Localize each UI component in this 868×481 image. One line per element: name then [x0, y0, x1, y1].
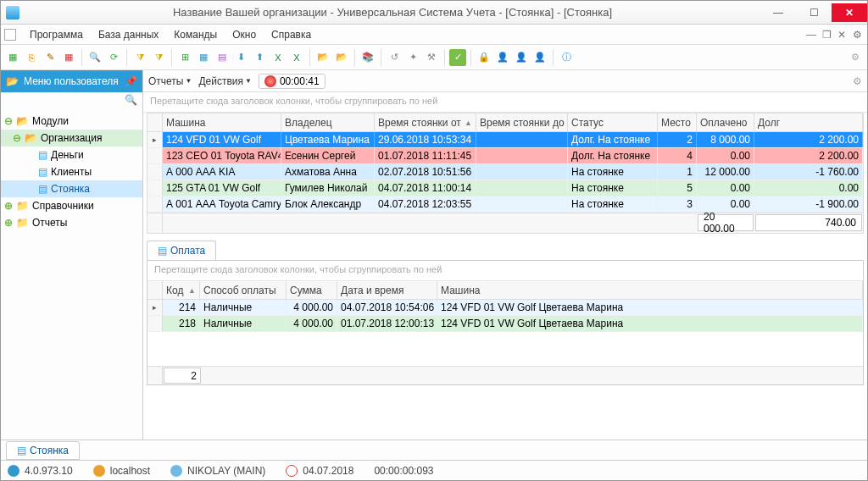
tree-money[interactable]: ▤Деньги — [1, 147, 142, 163]
doctab-parking[interactable]: ▤Стоянка — [6, 441, 80, 460]
table-row[interactable]: А 000 ААА KIA Ахматова Анна 02.07.2018 1… — [147, 164, 863, 180]
row-handle-header — [147, 113, 163, 131]
info-icon — [8, 465, 19, 477]
tree-refs[interactable]: ⊕📁Справочники — [1, 197, 142, 214]
tree-clients[interactable]: ▤Клиенты — [1, 163, 142, 180]
minimize-button[interactable]: — — [760, 3, 796, 22]
tb-excel2-icon[interactable]: X — [288, 49, 305, 66]
tb-settings-icon[interactable]: ✦ — [404, 49, 421, 66]
col-owner[interactable]: Владелец — [281, 113, 375, 131]
subbar-gear-icon[interactable]: ⚙ — [853, 75, 862, 87]
table-row[interactable]: 125 GTA 01 VW Golf Гумилев Николай 04.07… — [147, 180, 863, 196]
mdi-close[interactable]: ✕ — [835, 29, 849, 41]
cell-car: А 000 ААА KIA — [163, 164, 281, 180]
group-hint-sub[interactable]: Перетащите сюда заголовок колонки, чтобы… — [147, 261, 863, 281]
col-place[interactable]: Место — [658, 113, 697, 131]
maximize-button[interactable]: ☐ — [796, 3, 832, 22]
tree-modules[interactable]: ⊖📂Модули — [1, 113, 142, 130]
col-to[interactable]: Время стоянки до — [476, 113, 568, 131]
menu-commands[interactable]: Команды — [167, 27, 224, 42]
col-car[interactable]: Машина — [163, 113, 281, 131]
timer[interactable]: 00:00:41 — [259, 74, 326, 89]
collapse-icon[interactable]: ⊖ — [13, 132, 21, 144]
pin-icon[interactable]: 📌 — [125, 75, 137, 87]
scol-sum[interactable]: Сумма — [287, 281, 337, 299]
expand-icon[interactable]: ⊕ — [4, 217, 13, 229]
menu-window[interactable]: Окно — [225, 27, 263, 42]
tb-history-icon[interactable]: ↺ — [386, 49, 403, 66]
scol-datetime[interactable]: Дата и время — [337, 281, 437, 299]
cell-sum: 4 000.00 — [287, 300, 337, 315]
tb-tools-icon[interactable]: ⚒ — [423, 49, 440, 66]
tb-excel-icon[interactable]: X — [270, 49, 287, 66]
tb-export-icon[interactable]: 📂 — [333, 49, 350, 66]
close-button[interactable]: ✕ — [832, 3, 867, 22]
actions-dropdown[interactable]: Действия▼ — [198, 75, 252, 87]
tb-check-icon[interactable]: ✓ — [449, 49, 466, 66]
cell-method: Наличные — [200, 316, 287, 331]
subgrid-footer: 2 — [147, 366, 863, 384]
row-handle[interactable] — [147, 180, 163, 196]
reports-dropdown[interactable]: Отчеты▼ — [148, 75, 192, 87]
col-status[interactable]: Статус — [568, 113, 658, 131]
scol-method[interactable]: Способ оплаты — [200, 281, 287, 299]
table-row[interactable]: А 001 ААА Toyota Camry Блок Александр 04… — [147, 196, 863, 213]
tb-grid-icon[interactable]: ▦ — [195, 49, 212, 66]
table-row[interactable]: 123 CEO 01 Toyota RAV4 Есенин Сергей 01.… — [147, 148, 863, 164]
tb-lock-icon[interactable]: 🔒 — [476, 49, 492, 66]
col-debt[interactable]: Долг — [754, 113, 863, 131]
tb-user2-icon[interactable]: 👤 — [513, 49, 530, 66]
table-row[interactable]: ▸ 124 VFD 01 VW Golf Цветаева Марина 29.… — [147, 132, 863, 148]
tb-filter-icon[interactable]: ⧩ — [131, 49, 148, 66]
expand-icon[interactable]: ⊕ — [4, 200, 13, 212]
tb-edit-icon[interactable]: ✎ — [42, 49, 58, 66]
search-icon[interactable]: 🔍 — [125, 94, 137, 109]
col-from[interactable]: Время стоянки от▲ — [375, 113, 476, 131]
sort-asc-icon: ▲ — [465, 119, 472, 127]
tb-refresh-icon[interactable]: ⟳ — [105, 49, 122, 66]
tree-reports[interactable]: ⊕📁Отчеты — [1, 214, 142, 231]
mdi-gear-icon[interactable]: ⚙ — [850, 29, 864, 41]
tb-down-icon[interactable]: ⬇ — [232, 49, 249, 66]
tb-layers-icon[interactable]: 📚 — [359, 49, 376, 66]
tb-gear-icon[interactable]: ⚙ — [847, 49, 864, 66]
tb-delete-icon[interactable]: ▦ — [60, 49, 77, 66]
tb-copy-icon[interactable]: ⎘ — [23, 49, 40, 66]
mdi-restore[interactable]: ❐ — [820, 29, 833, 41]
scol-code[interactable]: Код▲ — [163, 281, 200, 299]
collapse-icon[interactable]: ⊖ — [4, 115, 13, 127]
tb-tree-icon[interactable]: ⊞ — [176, 49, 193, 66]
row-handle[interactable] — [147, 164, 163, 180]
col-paid[interactable]: Оплачено — [697, 113, 754, 131]
row-handle[interactable] — [147, 196, 163, 212]
tb-import-icon[interactable]: 📂 — [314, 49, 331, 66]
tree-parking[interactable]: ▤Стоянка — [1, 180, 142, 197]
cell-sum: 4 000.00 — [287, 316, 337, 331]
tb-new-icon[interactable]: ▦ — [4, 49, 21, 66]
app-icon — [6, 6, 19, 19]
row-handle[interactable]: ▸ — [147, 132, 163, 147]
tb-user3-icon[interactable]: 👤 — [531, 49, 548, 66]
tb-user1-icon[interactable]: 👤 — [494, 49, 511, 66]
tb-cards-icon[interactable]: ▤ — [214, 49, 231, 66]
cell-status: На стоянке — [568, 164, 658, 180]
mdi-minimize[interactable]: — — [804, 29, 818, 41]
tree-organization[interactable]: ⊖📂Организация — [1, 130, 142, 147]
group-hint[interactable]: Перетащите сюда заголовок колонки, чтобы… — [143, 92, 867, 113]
row-handle[interactable] — [147, 316, 163, 331]
folder-open-icon: 📂 — [6, 75, 19, 87]
menu-help[interactable]: Справка — [264, 27, 318, 42]
table-row[interactable]: 218 Наличные 4 000.00 01.07.2018 12:00:1… — [147, 316, 863, 332]
table-row[interactable]: ▸ 214 Наличные 4 000.00 04.07.2018 10:54… — [147, 300, 863, 316]
tb-info-icon[interactable]: ⓘ — [558, 49, 575, 66]
menu-database[interactable]: База данных — [92, 27, 165, 42]
scol-car[interactable]: Машина — [437, 281, 863, 299]
tb-filter2-icon[interactable]: ⧩ — [150, 49, 167, 66]
menu-program[interactable]: Программа — [23, 27, 90, 42]
row-handle[interactable] — [147, 148, 163, 163]
tab-payment[interactable]: ▤Оплата — [147, 240, 216, 260]
tb-up-icon[interactable]: ⬆ — [251, 49, 268, 66]
tb-search-icon[interactable]: 🔍 — [86, 49, 103, 66]
row-handle[interactable]: ▸ — [147, 300, 163, 315]
record-icon — [264, 75, 276, 87]
